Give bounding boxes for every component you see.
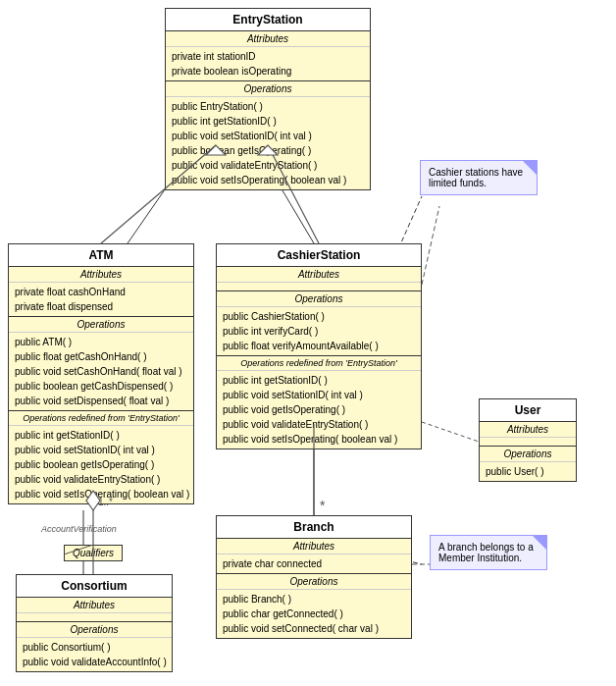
entry-station-name: EntryStation (166, 9, 370, 31)
user-attributes (480, 438, 576, 446)
entry-station-operations: public EntryStation( ) public int getSta… (166, 97, 370, 189)
consortium-class: Consortium Attributes Operations public … (16, 574, 173, 672)
svg-text:AccountVerification: AccountVerification (40, 524, 117, 534)
atm-attr-label: Attributes (9, 267, 193, 283)
user-ops-label: Operations (480, 447, 576, 462)
cashier-station-name: CashierStation (217, 244, 421, 267)
consortium-operations: public Consortium( ) public void validat… (17, 638, 172, 671)
cashier-station-operations: public CashierStation( ) public int veri… (217, 307, 421, 355)
consortium-ops-label: Operations (17, 622, 172, 638)
user-class: User Attributes Operations public User( … (479, 398, 577, 482)
user-attr-label: Attributes (480, 422, 576, 438)
atm-class: ATM Attributes private float cashOnHand … (8, 243, 194, 504)
atm-redefined-label: Operations redefined from 'EntryStation' (9, 411, 193, 426)
cashier-note-text: Cashier stations have limited funds. (429, 167, 523, 188)
user-operations: public User( ) (480, 462, 576, 481)
cashier-station-attributes (217, 283, 421, 290)
atm-ops-label: Operations (9, 317, 193, 333)
entry-station-attributes: private int stationID private boolean is… (166, 47, 370, 80)
diagram-container: EntryStation Attributes private int stat… (0, 0, 616, 686)
entry-station-attr-label: Attributes (166, 31, 370, 47)
consortium-attr-label: Attributes (17, 598, 172, 613)
branch-operations: public Branch( ) public char getConnecte… (217, 590, 411, 638)
svg-line-19 (422, 422, 479, 442)
cashier-note: Cashier stations have limited funds. (420, 160, 538, 195)
qualifiers-label: Qualifiers (73, 548, 114, 558)
atm-redefined: public int getStationID( ) public void s… (9, 426, 193, 503)
svg-line-10 (422, 206, 439, 285)
qualifiers-box: Qualifiers (64, 545, 123, 561)
consortium-name: Consortium (17, 575, 172, 598)
atm-name: ATM (9, 244, 193, 267)
branch-ops-label: Operations (217, 574, 411, 590)
branch-attr-label: Attributes (217, 539, 411, 554)
entry-station-class: EntryStation Attributes private int stat… (165, 8, 371, 190)
entry-station-ops-label: Operations (166, 81, 370, 97)
cashier-station-redefined: public int getStationID( ) public void s… (217, 371, 421, 449)
cashier-station-attr-label: Attributes (217, 267, 421, 283)
branch-name: Branch (217, 516, 411, 539)
cashier-station-redefined-label: Operations redefined from 'EntryStation' (217, 356, 421, 371)
branch-note: A branch belongs to a Member Institution… (430, 535, 547, 570)
branch-attributes: private char connected (217, 554, 411, 573)
cashier-station-class: CashierStation Attributes Operations pub… (216, 243, 422, 449)
atm-attributes: private float cashOnHand private float d… (9, 283, 193, 316)
branch-class: Branch Attributes private char connected… (216, 515, 412, 639)
cashier-station-ops-label: Operations (217, 291, 421, 307)
atm-operations: public ATM( ) public float getCashOnHand… (9, 333, 193, 410)
consortium-attributes (17, 613, 172, 621)
branch-note-text: A branch belongs to a Member Institution… (438, 542, 534, 563)
svg-text:*: * (320, 498, 326, 513)
user-name: User (480, 399, 576, 422)
